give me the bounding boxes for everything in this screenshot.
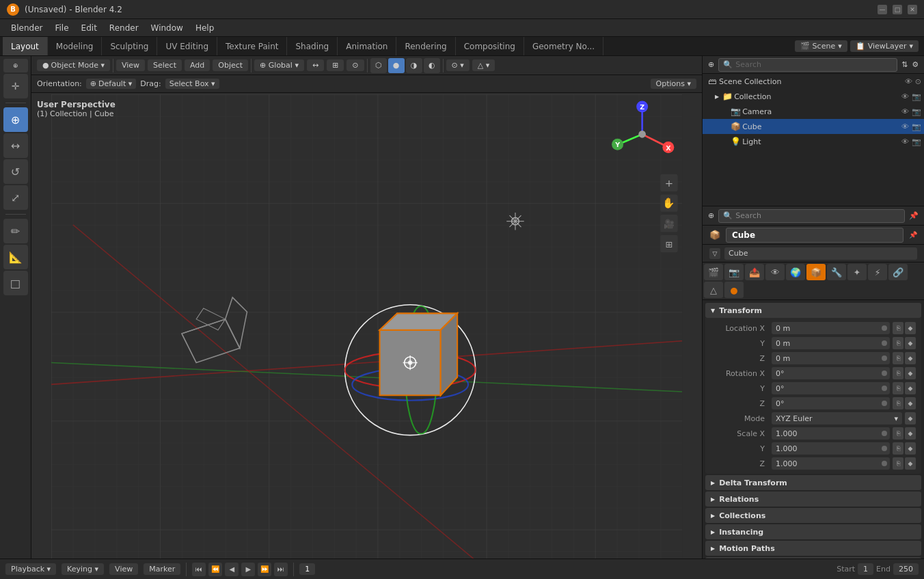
menu-render[interactable]: Render xyxy=(104,22,144,34)
pivot-point[interactable]: ↔ xyxy=(307,59,324,71)
outliner-row-collection[interactable]: ▶ 📁 Collection 👁 📷 xyxy=(703,89,924,104)
move-tool[interactable]: ↔ xyxy=(3,133,28,158)
object-mode-dropdown[interactable]: ● Object Mode ▾ xyxy=(37,59,110,71)
menu-edit[interactable]: Edit xyxy=(76,22,103,34)
keyframe-btn[interactable]: ◆ xyxy=(905,412,916,425)
play-forward[interactable]: ▶ xyxy=(241,563,255,576)
copy-btn[interactable]: ⎘ xyxy=(893,382,903,394)
next-keyframe[interactable]: ⏩ xyxy=(258,563,271,576)
visibility-icon[interactable]: 👁 xyxy=(901,137,909,146)
physics-tab[interactable]: ⚡ xyxy=(868,264,887,280)
keying-menu[interactable]: Keying ▾ xyxy=(62,563,104,575)
outliner-row-scene[interactable]: 🗃 Scene Collection 👁 ⊙ xyxy=(703,74,924,89)
cursor-tool[interactable]: ✛ xyxy=(3,74,28,98)
orientation-dropdown[interactable]: ⊕Default ▾ xyxy=(86,79,136,89)
tab-layout[interactable]: Layout xyxy=(3,37,48,55)
gizmo-toggle[interactable]: △ ▾ xyxy=(472,59,495,71)
location-y-field[interactable]: 0 m xyxy=(772,337,890,349)
particles-tab[interactable]: ✦ xyxy=(847,264,867,280)
object-name-field[interactable]: Cube xyxy=(726,228,903,243)
world-tab[interactable]: 🌍 xyxy=(786,264,805,280)
scale-y-field[interactable]: 1.000 xyxy=(772,442,890,455)
outliner-filter[interactable]: ⊕ xyxy=(708,60,714,69)
outliner-row-camera[interactable]: ▶ 📷 Camera 👁 📷 xyxy=(703,104,924,119)
tab-texture-paint[interactable]: Texture Paint xyxy=(217,37,287,55)
props-filter[interactable]: ⊕ xyxy=(708,211,714,220)
copy-btn[interactable]: ⎘ xyxy=(893,337,903,349)
tab-compositing[interactable]: Compositing xyxy=(456,37,524,55)
options-btn[interactable]: Options ▾ xyxy=(651,79,696,89)
visibility-header[interactable]: ▶ Visibility xyxy=(705,557,921,558)
copy-btn[interactable]: ⎘ xyxy=(893,322,903,334)
keyframe-btn[interactable]: ◆ xyxy=(905,337,916,349)
tab-animation[interactable]: Animation xyxy=(338,37,396,55)
location-z-field[interactable]: 0 m xyxy=(772,352,890,364)
keyframe-btn[interactable]: ◆ xyxy=(905,352,916,364)
visibility-icon[interactable]: 👁 xyxy=(901,92,909,101)
menu-file[interactable]: File xyxy=(50,22,74,34)
snap-toggle[interactable]: ⊞ xyxy=(327,59,344,71)
minimize-button[interactable]: — xyxy=(878,5,887,14)
visibility-icon[interactable]: 👁 xyxy=(901,122,909,131)
collections-header[interactable]: ▶ Collections xyxy=(705,508,921,523)
rotation-z-field[interactable]: 0° xyxy=(772,397,890,409)
playback-menu[interactable]: Playback ▾ xyxy=(5,563,56,575)
solid-mode[interactable]: ● xyxy=(388,58,405,73)
rendered-mode[interactable]: ◐ xyxy=(424,58,440,73)
keyframe-btn[interactable]: ◆ xyxy=(905,397,916,409)
data-block-field[interactable]: Cube xyxy=(724,247,917,260)
copy-btn[interactable]: ⎘ xyxy=(893,367,903,379)
camera-render-icon[interactable]: 📷 xyxy=(912,92,921,101)
annotate-tool[interactable]: ✏ xyxy=(3,219,28,243)
maximize-button[interactable]: □ xyxy=(893,5,902,14)
outliner-search[interactable]: 🔍 Search xyxy=(718,58,897,72)
rotation-mode-select[interactable]: XYZ Euler ▾ xyxy=(772,412,902,425)
material-mode[interactable]: ◑ xyxy=(406,58,422,73)
object-tab[interactable]: 📦 xyxy=(806,264,826,280)
wireframe-mode[interactable]: ⬡ xyxy=(370,58,387,73)
data-tab[interactable]: △ xyxy=(704,282,723,298)
tab-geometry[interactable]: Geometry No... xyxy=(524,37,603,55)
tab-uv-editing[interactable]: UV Editing xyxy=(157,37,217,55)
select-menu[interactable]: Select xyxy=(148,59,182,71)
scale-tool[interactable]: ⤢ xyxy=(3,185,28,210)
rotation-x-field[interactable]: 0° xyxy=(772,367,890,379)
outliner-row-light[interactable]: ▶ 💡 Light 👁 📷 xyxy=(703,134,924,149)
camera-icon-action[interactable]: 📷 xyxy=(912,107,921,116)
object-menu[interactable]: Object xyxy=(213,59,248,71)
keyframe-btn[interactable]: ◆ xyxy=(905,457,916,470)
material-tab[interactable]: ● xyxy=(724,282,744,298)
pin-icon[interactable]: 📌 xyxy=(909,231,917,239)
view-menu[interactable]: View xyxy=(116,59,145,71)
jump-to-start[interactable]: ⏮ xyxy=(192,563,206,576)
scale-x-field[interactable]: 1.000 xyxy=(772,427,890,440)
scene-selector[interactable]: 🎬 Scene ▾ xyxy=(795,40,847,52)
play-reverse[interactable]: ◀ xyxy=(225,563,239,576)
tab-modeling[interactable]: Modeling xyxy=(48,37,103,55)
transform-orientation[interactable]: ⊕ Global ▾ xyxy=(254,59,304,71)
measure-tool[interactable]: 📐 xyxy=(3,245,28,269)
rotate-tool[interactable]: ↺ xyxy=(3,159,28,184)
scene-tab[interactable]: 🎬 xyxy=(704,264,723,280)
keyframe-btn[interactable]: ◆ xyxy=(905,322,916,334)
tab-sculpting[interactable]: Sculpting xyxy=(102,37,157,55)
outliner-row-cube[interactable]: ▶ 📦 Cube 👁 📷 xyxy=(703,119,924,134)
drag-dropdown[interactable]: Select Box ▾ xyxy=(165,79,219,89)
menu-window[interactable]: Window xyxy=(146,22,189,34)
visibility-icon[interactable]: 👁 xyxy=(901,107,909,116)
location-x-field[interactable]: 0 m xyxy=(772,322,890,334)
end-frame[interactable]: 250 xyxy=(893,563,919,575)
tab-rendering[interactable]: Rendering xyxy=(396,37,455,55)
keyframe-btn[interactable]: ◆ xyxy=(905,442,916,455)
menu-blender[interactable]: Blender xyxy=(5,22,49,34)
tab-shading[interactable]: Shading xyxy=(287,37,338,55)
copy-btn[interactable]: ⎘ xyxy=(893,457,903,470)
box-select-tool[interactable]: □ xyxy=(3,271,28,295)
jump-to-end[interactable]: ⏭ xyxy=(274,563,288,576)
hide-select-icon[interactable]: ⊙ xyxy=(915,77,921,86)
relations-header[interactable]: ▶ Relations xyxy=(705,492,921,507)
canvas-area[interactable]: Z X Y xyxy=(31,94,702,558)
overlay-toggle[interactable]: ⊙ ▾ xyxy=(446,59,470,71)
view-layer-tab[interactable]: 👁 xyxy=(765,264,785,280)
constraints-tab[interactable]: 🔗 xyxy=(888,264,908,280)
